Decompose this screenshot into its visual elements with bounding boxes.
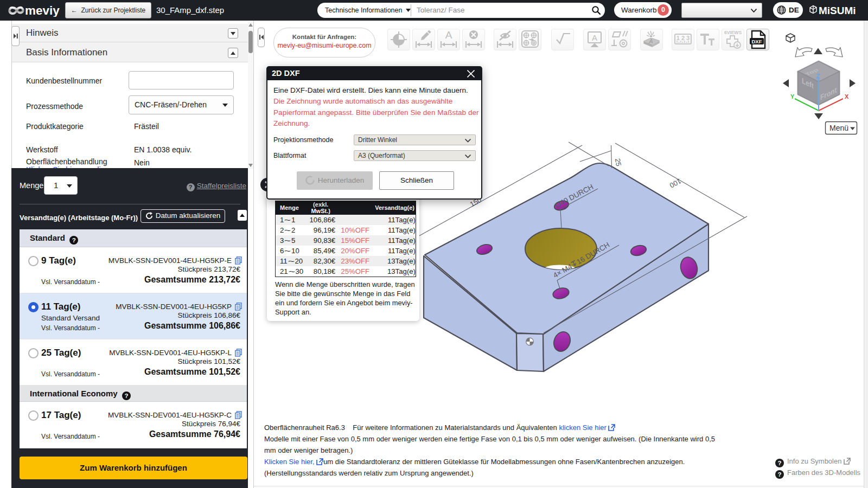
svg-text:A: A <box>592 33 597 42</box>
svg-text:Menü: Menü <box>829 124 848 132</box>
svg-text:meviy: meviy <box>25 4 60 17</box>
svg-text:X: X <box>845 93 849 100</box>
svg-text:1 2 3: 1 2 3 <box>676 35 690 41</box>
svg-text:A: A <box>648 38 653 44</box>
svg-text:A: A <box>445 29 452 41</box>
svg-text:6VIEWS: 6VIEWS <box>724 30 742 35</box>
svg-text:MiSUMi: MiSUMi <box>819 5 856 16</box>
svg-text:DXF: DXF <box>752 38 762 44</box>
svg-text:Y: Y <box>790 93 795 100</box>
